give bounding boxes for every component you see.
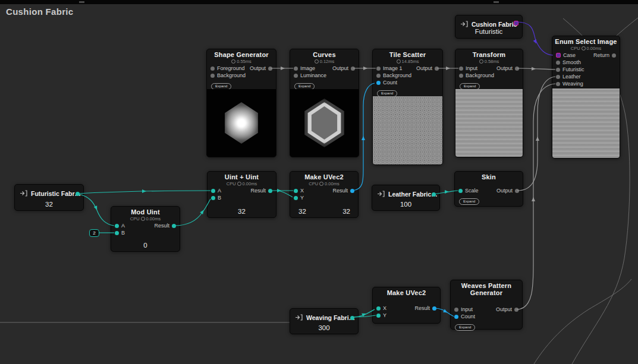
port-label: Foreground [217,65,245,71]
port-label: B [218,195,221,201]
input-port-scale[interactable] [458,189,463,193]
input-port-smooth[interactable] [556,61,560,65]
node-skin[interactable]: Skin Scale Output Expand [454,171,523,207]
node-mod-uint[interactable]: Mod Uint CPU0.00ms A Result B 0 [111,206,180,252]
input-port-b[interactable] [115,231,119,235]
output-port[interactable] [350,316,354,320]
cpu-label: CPU [227,181,236,186]
node-curves[interactable]: Curves 0.12ms Image Output Luminance Exp… [290,49,359,157]
input-port-a[interactable] [115,224,119,228]
expand-button[interactable]: Expand [455,324,475,331]
output-port[interactable] [515,67,519,71]
node-subtitle: CPU0.00ms [552,45,620,52]
port-label: Y [383,312,386,318]
node-tile-scatter[interactable]: Tile Scatter 14.85ms Image 1 Output Back… [372,49,443,165]
input-port-case[interactable] [556,53,561,58]
node-subtitle [451,296,522,303]
output-port[interactable] [76,192,80,196]
output-port[interactable] [268,67,272,71]
node-title: Weaving Fabri… [306,314,355,321]
preview-tile-scatter [373,96,442,164]
node-title: Make UVec2 [373,289,440,296]
input-port-input[interactable] [459,67,463,71]
node-value: 300 [290,324,358,331]
input-port-y[interactable] [294,196,298,200]
expand-button[interactable]: Expand [459,198,479,205]
node-shape-generator[interactable]: Shape Generator 0.55ms Foreground Output… [206,49,276,157]
output-port[interactable] [432,192,436,197]
input-port-background[interactable] [459,74,463,78]
input-port-b[interactable] [211,196,215,200]
output-port-enum[interactable] [514,21,518,26]
top-bar-tick [494,1,499,3]
wire-arrow [363,67,367,70]
output-port[interactable] [432,306,436,311]
port-label: Y [300,195,304,201]
port-label: A [218,188,221,194]
node-graph-canvas[interactable]: Cushion Fabric Shape Generator 0.55ms Fo… [0,0,638,364]
port-label: A [121,223,125,229]
wire-arrow [281,67,285,70]
node-subtitle: 0.12ms [290,58,359,65]
wire-arrow [362,312,367,316]
node-weaves-pattern-generator[interactable]: Weaves Pattern Generator Input Output Co… [450,280,523,330]
node-title: Weaves Pattern Generator [451,282,522,296]
port-label: X [300,188,304,194]
wire-futuristic-to-uint-a[interactable] [78,191,210,194]
graph-title: Cushion Fabric [6,7,73,17]
output-port-return[interactable] [612,53,616,58]
input-port-foreground[interactable] [210,67,215,71]
port-label: Input [466,65,477,71]
input-port-input[interactable] [454,308,458,312]
preview-transform [455,89,523,157]
output-port[interactable] [351,67,355,71]
input-port-count[interactable] [376,81,381,85]
input-port-image[interactable] [294,67,298,71]
input-port-background[interactable] [376,74,381,78]
output-port[interactable] [515,189,519,193]
input-port-x[interactable] [294,189,298,193]
gpu-time: 0.12ms [320,59,335,64]
node-enum-select-image[interactable]: Enum Select Image CPU0.00ms Case Return … [552,36,620,159]
port-label: Input [461,306,473,312]
input-port-background[interactable] [210,74,215,78]
port-label: Output [332,65,348,71]
port-label: Result [332,188,348,194]
input-port-count[interactable] [454,315,458,319]
cpu-time: 0.00ms [325,181,340,186]
node-title: Skin [455,173,523,181]
input-port-image1[interactable] [376,67,381,71]
node-cushion-fabric-output[interactable]: Cushion Fabric Futuristic [455,15,523,39]
port-label: Background [217,72,246,78]
node-weaving-fabric[interactable]: Weaving Fabri… 300 [290,308,359,334]
port-label: Count [383,80,397,86]
node-value-x: 32 [298,208,306,215]
timer-icon [231,59,235,64]
node-transform[interactable]: Transform 0.58ms Input Output Background… [455,49,523,157]
input-port-futuristic[interactable] [556,68,560,72]
output-port[interactable] [268,189,272,193]
input-port-a[interactable] [211,189,215,193]
output-port[interactable] [514,308,518,312]
wire-futuristic-to-mod-a[interactable] [79,194,114,226]
node-leather-fabric[interactable]: Leather Fabric… 100 [372,185,440,211]
port-label: Smooth [562,59,581,65]
node-subtitle: 14.85ms [373,58,442,65]
output-port[interactable] [350,189,354,193]
node-subtitle: 0.58ms [455,58,523,65]
output-port[interactable] [172,224,176,228]
input-port-x[interactable] [376,306,381,311]
output-port[interactable] [435,67,439,71]
node-make-uvec2-bottom[interactable]: Make UVec2 X Result Y [372,287,441,324]
input-port-weaving[interactable] [556,82,560,86]
node-value: 32 [208,208,276,215]
node-futuristic-fabric[interactable]: Futuristic Fabr… 32 [14,184,84,211]
port-label: Image [300,65,315,71]
node-make-uvec2-top[interactable]: Make UVec2 CPU0.00ms X Result Y 3232 [290,171,359,218]
input-port-leather[interactable] [556,75,560,79]
input-port-y[interactable] [376,314,381,318]
wire-arrow [532,67,536,71]
literal-value-chip[interactable]: 2 [89,229,99,237]
input-port-luminance[interactable] [294,74,298,78]
node-uint-plus-uint[interactable]: Uint + Uint CPU0.00ms A Result B 32 [207,171,276,218]
